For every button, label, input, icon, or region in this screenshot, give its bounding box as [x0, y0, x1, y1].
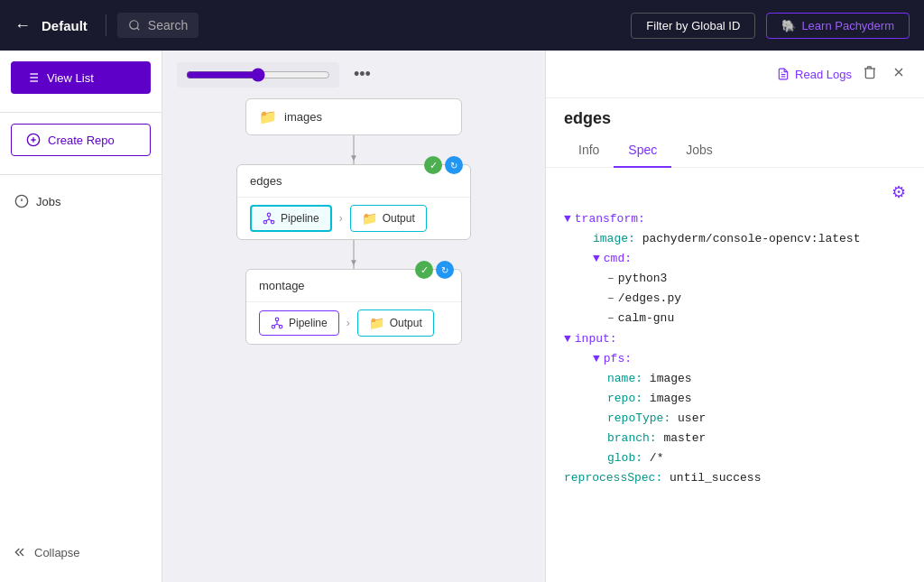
svg-line-1 — [137, 28, 140, 31]
spec-branch-line: branch: master — [564, 429, 906, 448]
reprocessspec-key: reprocessSpec: — [564, 468, 662, 488]
images-header: 📁 images — [246, 99, 461, 134]
main-layout: View List Create Repo Jobs Collapse — [0, 0, 924, 582]
close-button[interactable] — [888, 61, 910, 87]
spec-glob-line: glob: /* — [564, 448, 906, 468]
back-icon: ← — [14, 16, 31, 35]
montage-pipeline-pill[interactable]: Pipeline — [259, 310, 339, 336]
svg-line-24 — [277, 324, 281, 326]
view-list-label: View List — [47, 71, 94, 85]
edges-output-pill[interactable]: 📁 Output — [350, 205, 427, 232]
reprocessspec-val: until_success — [670, 468, 761, 488]
edges-badges: ✓ ↻ — [424, 156, 463, 174]
svg-point-20 — [275, 318, 279, 321]
image-val: pachyderm/console-opencv:latest — [642, 229, 861, 249]
spec-code: ▼ transform: image: pachyderm/console-op… — [564, 209, 906, 488]
montage-output-label: Output — [390, 317, 422, 329]
dash1: – — [607, 269, 614, 289]
collapse-label: Collapse — [34, 546, 80, 559]
pfs-branch-key: branch: — [607, 429, 657, 448]
back-button[interactable]: ← — [14, 16, 31, 35]
check-badge: ✓ — [424, 156, 442, 174]
read-logs-label: Read Logs — [795, 68, 852, 81]
transform-collapse[interactable]: ▼ — [564, 209, 571, 229]
more-options-button[interactable]: ••• — [346, 61, 378, 88]
learn-icon: 🐘 — [781, 19, 796, 32]
montage-node[interactable]: ✓ ↻ montage Pipeline › — [245, 269, 462, 345]
cmd-item1: python3 — [618, 269, 668, 289]
tab-spec[interactable]: Spec — [614, 135, 671, 168]
cmd-item3: calm-gnu — [618, 309, 674, 328]
spec-cmd-item3: – calm-gnu — [564, 309, 906, 328]
pfs-collapse[interactable]: ▼ — [593, 349, 600, 369]
edges-pipeline-pill[interactable]: Pipeline — [250, 205, 332, 232]
tab-jobs[interactable]: Jobs — [671, 135, 727, 168]
delete-button[interactable] — [859, 61, 881, 87]
nav-divider — [106, 14, 106, 36]
cmd-item2: /edges.py — [618, 289, 681, 309]
input-collapse[interactable]: ▼ — [564, 329, 571, 349]
search-bar[interactable]: Search — [117, 13, 199, 38]
montage-pipeline-label: Pipeline — [289, 317, 328, 329]
pfs-key: pfs: — [604, 349, 632, 369]
spec-pfs-line: ▼ pfs: — [564, 349, 906, 369]
input-key: input: — [575, 329, 617, 349]
sync-badge: ↻ — [445, 156, 463, 174]
spec-reprocessspec-line: reprocessSpec: until_success — [564, 468, 906, 488]
montage-check-badge: ✓ — [415, 261, 433, 279]
tab-info[interactable]: Info — [564, 135, 614, 168]
collapse-button[interactable]: Collapse — [0, 537, 162, 568]
pfs-repotype-key: repoType: — [607, 409, 670, 429]
spec-cmd-item2: – /edges.py — [564, 289, 906, 309]
settings-icon[interactable]: ⚙ — [892, 182, 906, 202]
spec-repo-line: repo: images — [564, 389, 906, 409]
search-label: Search — [148, 18, 188, 32]
project-name: Default — [42, 18, 88, 33]
create-repo-button[interactable]: Create Repo — [11, 124, 151, 156]
transform-key: transform: — [575, 209, 645, 229]
edges-node[interactable]: ✓ ↻ edges Pipeline › — [236, 164, 471, 240]
pipeline-area: 📁 images ▼ ✓ ↻ edges — [162, 98, 545, 345]
filter-button[interactable]: Filter by Global ID — [631, 13, 755, 39]
trash-icon — [863, 65, 877, 79]
arrow-down2: ▼ — [349, 257, 358, 267]
spec-repotype-line: repoType: user — [564, 409, 906, 429]
pfs-name-val: images — [650, 369, 692, 389]
top-navigation: ← Default Search Filter by Global ID 🐘 L… — [0, 0, 924, 51]
folder-icon: 📁 — [259, 108, 277, 125]
panel-tabs: Info Spec Jobs — [546, 135, 924, 168]
spec-input-line: ▼ input: — [564, 329, 906, 349]
pfs-branch-val: master — [663, 429, 706, 448]
arrow-sep1: › — [339, 212, 343, 225]
panel-content: ⚙ ▼ transform: image: pachyderm/console-… — [546, 168, 924, 582]
montage-output-pill[interactable]: 📁 Output — [357, 309, 434, 337]
view-list-button[interactable]: View List — [11, 61, 151, 94]
jobs-label: Jobs — [36, 195, 60, 208]
spec-cmd-line: ▼ cmd: — [564, 249, 906, 269]
panel-title: edges — [546, 98, 924, 135]
montage-badges: ✓ ↻ — [415, 261, 454, 279]
spec-transform-line: ▼ transform: — [564, 209, 906, 229]
pipeline-icon — [263, 212, 275, 225]
arrow-sep2: › — [346, 317, 350, 329]
montage-name: montage — [259, 279, 305, 292]
images-node[interactable]: 📁 images — [245, 98, 462, 135]
jobs-icon — [14, 194, 29, 208]
sidebar-divider2 — [0, 174, 162, 175]
output-folder-icon: 📁 — [362, 211, 377, 226]
sidebar-item-jobs[interactable]: Jobs — [0, 186, 162, 217]
pfs-glob-key: glob: — [607, 448, 642, 468]
zoom-slider[interactable] — [186, 68, 330, 82]
right-panel: Read Logs edges Info Spec Jobs ⚙ — [545, 51, 924, 582]
list-icon — [25, 70, 40, 85]
image-key: image: — [593, 229, 635, 249]
read-logs-button[interactable]: Read Logs — [777, 68, 852, 81]
settings-row: ⚙ — [564, 182, 906, 202]
learn-button[interactable]: 🐘 Learn Pachyderm — [766, 13, 910, 39]
nav-right: Filter by Global ID 🐘 Learn Pachyderm — [631, 13, 910, 39]
svg-line-19 — [265, 219, 269, 221]
montage-pipeline-icon — [271, 317, 283, 329]
close-icon — [892, 65, 906, 79]
zoom-slider-container — [177, 62, 339, 88]
cmd-collapse[interactable]: ▼ — [593, 249, 600, 269]
